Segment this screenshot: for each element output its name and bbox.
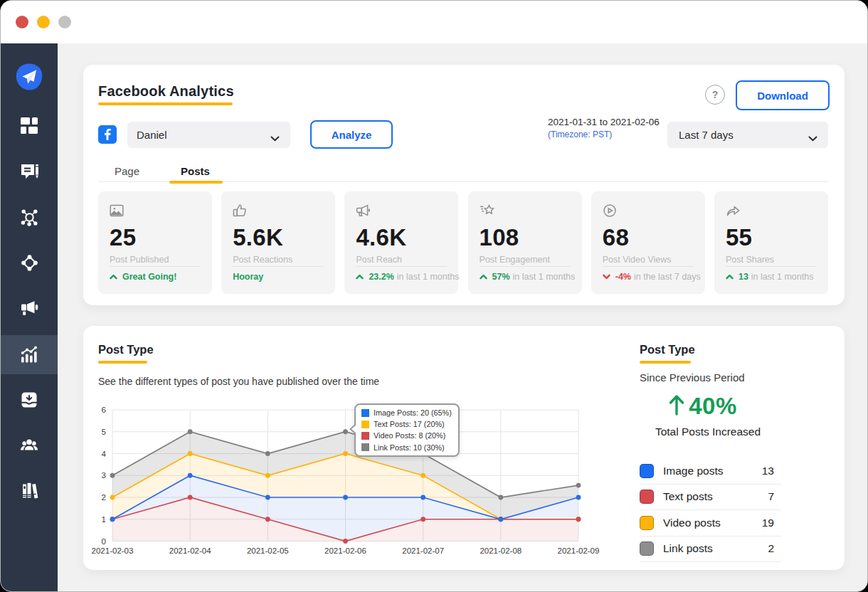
sidebar — [1, 43, 58, 592]
sidebar-item-audience[interactable] — [1, 428, 58, 462]
tab-bar: Page Posts — [98, 165, 828, 182]
divider — [603, 266, 694, 267]
sidebar-item-app-logo[interactable] — [1, 60, 58, 94]
summary-legend: Image posts 13 Text posts 7 Video posts … — [640, 458, 781, 562]
divider — [356, 266, 447, 267]
inbox-download-icon — [21, 391, 38, 408]
date-range: 2021-01-31 to 2021-02-06 — [548, 117, 660, 127]
svg-text:5: 5 — [102, 428, 106, 436]
stat-value: 108 — [480, 224, 571, 251]
stat-value: 68 — [603, 224, 694, 251]
svg-text:2021-02-05: 2021-02-05 — [247, 546, 289, 555]
stat-value: 25 — [110, 224, 201, 251]
sidebar-item-network[interactable] — [1, 200, 58, 234]
legend-label: Image posts — [663, 465, 723, 477]
trend-value: Hooray — [233, 272, 263, 282]
svg-text:0: 0 — [102, 537, 106, 546]
stat-trend: Hooray — [233, 272, 328, 282]
tooltip-row: Video Posts: 8 (20%) — [361, 430, 452, 441]
people-icon — [20, 437, 38, 454]
facebook-icon — [98, 125, 117, 144]
sidebar-item-library[interactable] — [1, 474, 58, 508]
chevron-down-icon — [808, 132, 817, 144]
summary-change-value: 40% — [689, 393, 737, 420]
legend-swatch — [361, 409, 369, 417]
stat-label: Post Video Views — [603, 255, 694, 265]
legend-row-text-posts: Text posts 7 — [640, 485, 781, 511]
legend-label: Link posts — [663, 542, 713, 555]
sidebar-item-campaigns[interactable] — [1, 291, 58, 325]
summary-title: Post Type — [640, 343, 695, 356]
stats-row: 25 Post Published Great Going! — [98, 191, 828, 294]
help-button[interactable]: ? — [705, 85, 725, 105]
trend-up-icon — [726, 274, 734, 280]
analyze-button[interactable]: Analyze — [310, 120, 393, 149]
divider — [726, 266, 817, 267]
trend-up-icon — [480, 274, 487, 280]
stat-label: Post Reactions — [233, 255, 324, 265]
stat-card-post-engagement: 108 Post Engagement 57% in last 1 months — [468, 191, 582, 294]
image-icon — [110, 204, 201, 218]
timezone-label: (Timezone: PST) — [548, 130, 660, 139]
summary-underline — [640, 361, 691, 364]
thumbs-up-icon — [233, 204, 324, 218]
account-select[interactable]: Daniel — [127, 122, 290, 148]
tab-posts[interactable]: Posts — [181, 165, 210, 182]
legend-value: 7 — [768, 490, 774, 503]
date-range-block: 2021-01-31 to 2021-02-06 (Timezone: PST) — [548, 117, 660, 139]
arrow-up-icon — [669, 393, 684, 419]
svg-text:4: 4 — [102, 450, 107, 458]
svg-text:2021-02-07: 2021-02-07 — [402, 546, 444, 555]
library-icon — [20, 482, 38, 500]
svg-text:1: 1 — [102, 515, 106, 524]
legend-row-image-posts: Image posts 13 — [640, 458, 781, 485]
svg-text:2021-02-03: 2021-02-03 — [92, 546, 134, 555]
download-button[interactable]: Download — [736, 80, 830, 110]
trend-value: 57% — [492, 272, 510, 282]
summary-period-label: Since Previous Period — [640, 371, 745, 384]
main-content: Facebook Analytics ? Download Daniel Ana… — [58, 43, 868, 592]
network-icon — [21, 208, 38, 226]
stat-value: 55 — [726, 224, 817, 251]
tooltip-text: Image Posts: 20 (65%) — [374, 408, 452, 417]
legend-swatch — [640, 516, 654, 530]
sidebar-item-reports[interactable] — [1, 383, 58, 417]
trend-suffix: in last 1 months — [397, 272, 460, 282]
tab-page[interactable]: Page — [115, 165, 139, 182]
sidebar-item-conversations[interactable] — [1, 154, 58, 189]
divider — [480, 266, 571, 267]
period-select[interactable]: Last 7 days — [667, 122, 828, 148]
page-title: Facebook Analytics — [98, 83, 234, 100]
svg-text:2021-02-08: 2021-02-08 — [480, 546, 522, 555]
minimize-button[interactable] — [37, 16, 50, 28]
legend-value: 2 — [768, 542, 774, 555]
svg-text:6: 6 — [102, 406, 106, 414]
chat-icon — [21, 163, 38, 180]
trend-up-icon — [356, 274, 364, 280]
trend-suffix: in last 1 months — [751, 272, 814, 282]
legend-row-video-posts: Video posts 19 — [640, 510, 781, 536]
megaphone-outline-icon — [356, 204, 447, 218]
dashboard-icon — [21, 117, 38, 134]
tooltip-text: Video Posts: 8 (20%) — [374, 431, 445, 440]
post-type-chart[interactable]: 01234562021-02-032021-02-042021-02-05202… — [83, 326, 624, 570]
sidebar-item-analytics[interactable] — [1, 335, 58, 374]
trend-value: -4% — [615, 272, 631, 282]
fullscreen-button[interactable] — [58, 16, 71, 28]
stat-value: 4.6K — [356, 224, 447, 251]
sidebar-item-explore[interactable] — [1, 245, 58, 280]
sidebar-item-dashboard[interactable] — [1, 109, 58, 143]
tooltip-text: Link Posts: 10 (30%) — [374, 443, 445, 452]
stat-card-post-shares: 55 Post Shares 13 in last 1 months — [714, 191, 828, 294]
stat-trend: -4% in the last 7 days — [603, 272, 698, 282]
analytics-icon — [21, 346, 38, 364]
svg-text:2021-02-09: 2021-02-09 — [558, 546, 600, 555]
legend-swatch — [361, 443, 369, 451]
stat-trend: 23.2% in last 1 months — [356, 272, 451, 282]
close-button[interactable] — [16, 16, 28, 28]
stat-card-post-reach: 4.6K Post Reach 23.2% in last 1 months — [344, 191, 458, 294]
trend-value: 13 — [739, 272, 748, 282]
share-icon — [726, 204, 817, 218]
stat-trend: 57% in last 1 months — [480, 272, 575, 282]
titlebar — [1, 1, 867, 43]
